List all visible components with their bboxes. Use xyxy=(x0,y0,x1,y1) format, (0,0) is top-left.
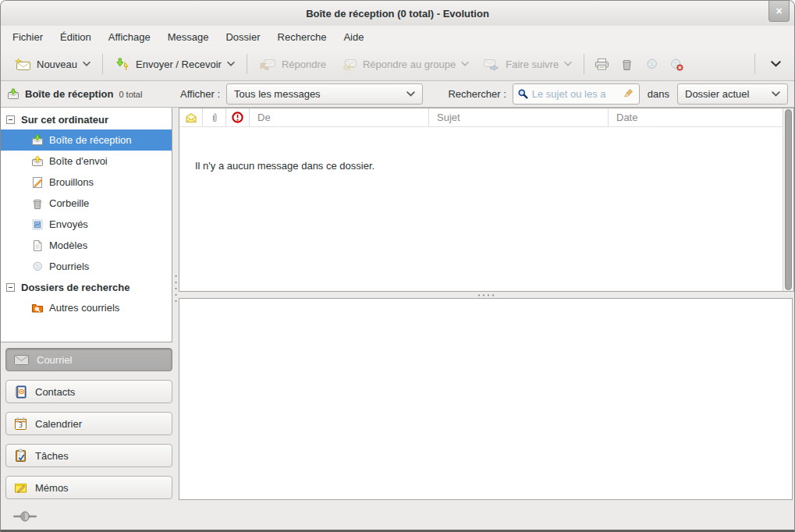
show-label: Afficher : xyxy=(180,88,220,100)
folder-name: Boîte de réception xyxy=(25,88,113,100)
sidebar-item-label: Envoyés xyxy=(49,218,88,230)
message-list-scrollbar[interactable] xyxy=(783,108,793,291)
outbox-icon xyxy=(31,155,44,168)
main-area: Sur cet ordinateur Boîte de réception xyxy=(1,108,794,500)
menu-aide[interactable]: Aide xyxy=(335,27,372,47)
sidebar-item-junk[interactable]: Pourriels xyxy=(1,256,172,277)
search-input[interactable] xyxy=(532,88,620,100)
reply-button-label: Répondre xyxy=(282,59,326,70)
delete-button[interactable] xyxy=(614,51,639,76)
chevron-down-icon xyxy=(772,91,780,97)
switcher-label: Mémos xyxy=(35,482,69,494)
toolbar-separator xyxy=(102,54,103,74)
close-button[interactable]: × xyxy=(768,1,790,22)
print-icon xyxy=(594,58,609,71)
templates-icon xyxy=(31,239,44,252)
switcher-contacts-button[interactable]: Contacts xyxy=(5,380,172,403)
sidebar-item-sent[interactable]: Envoyés xyxy=(1,214,172,235)
junk-button[interactable] xyxy=(639,51,664,76)
send-receive-button[interactable]: Envoyer / Recevoir xyxy=(108,53,242,76)
toolbar-separator xyxy=(247,54,247,74)
tree-group-local[interactable]: Sur cet ordinateur xyxy=(1,109,172,129)
message-list: De Sujet Date Il n'y a aucun message dan… xyxy=(179,108,794,292)
collapse-icon[interactable] xyxy=(6,115,15,124)
collapse-icon[interactable] xyxy=(6,283,15,292)
scope-dropdown[interactable]: Dossier actuel xyxy=(677,83,788,105)
sidebar-item-trash[interactable]: Corbeille xyxy=(1,193,172,214)
switcher-calendar-button[interactable]: 3 Calendrier xyxy=(5,412,172,435)
show-filter-value: Tous les messages xyxy=(234,88,321,100)
menu-message[interactable]: Message xyxy=(159,27,218,47)
sidebar-item-outbox[interactable]: Boîte d'envoi xyxy=(1,151,172,172)
titlebar[interactable]: Boîte de réception (0 total) - Evolution… xyxy=(1,1,794,26)
junk-icon xyxy=(31,261,44,273)
priority-icon xyxy=(231,111,244,124)
search-entry[interactable] xyxy=(513,83,640,105)
search-folder-icon xyxy=(31,302,44,314)
sidebar-item-inbox[interactable]: Boîte de réception xyxy=(1,129,172,151)
switcher-tasks-button[interactable]: Tâches xyxy=(5,444,172,467)
junk-icon xyxy=(645,58,658,71)
menu-fichier[interactable]: Fichier xyxy=(4,27,51,47)
scope-value: Dossier actuel xyxy=(685,88,749,100)
toolbar: Nouveau Envoyer / Recevoir xyxy=(1,48,794,81)
memos-icon xyxy=(13,481,28,495)
menu-dossier[interactable]: Dossier xyxy=(217,27,268,47)
new-button[interactable]: Nouveau xyxy=(7,53,98,76)
preview-splitter[interactable] xyxy=(179,292,794,298)
folder-tree: Sur cet ordinateur Boîte de réception xyxy=(1,108,172,342)
menu-affichage[interactable]: Affichage xyxy=(100,27,159,47)
sidebar-item-drafts[interactable]: Brouillons xyxy=(1,172,172,193)
evolution-window: Boîte de réception (0 total) - Evolution… xyxy=(0,0,795,532)
sent-icon xyxy=(31,218,44,231)
column-attachment[interactable] xyxy=(203,108,226,126)
search-label: Rechercher : xyxy=(448,88,506,100)
clear-brush-icon[interactable] xyxy=(623,88,635,100)
switcher-memos-button[interactable]: Mémos xyxy=(5,476,172,499)
forward-button[interactable]: Faire suivre xyxy=(476,53,579,76)
switcher-mail-button[interactable]: Courriel xyxy=(5,348,172,371)
tasks-icon xyxy=(13,449,28,463)
chevron-down-icon xyxy=(771,61,781,67)
reply-button[interactable]: Répondre xyxy=(252,53,333,76)
splitter-handle xyxy=(477,294,497,296)
not-junk-button[interactable] xyxy=(664,51,689,76)
sidebar-item-other-mail[interactable]: Autres courriels xyxy=(1,297,172,318)
chevron-down-icon xyxy=(83,62,91,66)
toolbar-overflow-button[interactable] xyxy=(763,51,788,76)
chevron-down-icon xyxy=(227,62,235,66)
toolbar-separator xyxy=(754,54,755,74)
sidebar-item-label: Boîte de réception xyxy=(49,134,132,146)
menu-edition[interactable]: Édition xyxy=(51,27,100,47)
new-mail-icon xyxy=(14,58,31,71)
show-filter-dropdown[interactable]: Tous les messages xyxy=(226,83,423,105)
mail-icon xyxy=(13,354,30,366)
sidebar-item-label: Modèles xyxy=(49,239,87,251)
trash-icon xyxy=(31,197,44,210)
online-status-button[interactable] xyxy=(13,511,37,522)
column-subject[interactable]: Sujet xyxy=(429,108,609,126)
view-switcher: Courriel xyxy=(1,342,179,499)
forward-icon xyxy=(483,58,500,71)
empty-folder-message: Il n'y a aucun message dans ce dossier. xyxy=(179,127,793,172)
tree-group-search-folders[interactable]: Dossiers de recherche xyxy=(1,277,172,297)
column-date[interactable]: Date xyxy=(609,108,783,126)
menu-recherche[interactable]: Recherche xyxy=(269,27,335,47)
scope-label: dans xyxy=(648,88,669,100)
column-from[interactable]: De xyxy=(250,108,429,126)
calendar-icon: 3 xyxy=(13,417,28,431)
svg-text:3: 3 xyxy=(19,422,23,429)
content-panes: De Sujet Date Il n'y a aucun message dan… xyxy=(179,108,794,500)
switcher-label: Courriel xyxy=(37,354,73,366)
message-list-header: De Sujet Date xyxy=(179,108,783,127)
scrollbar-thumb[interactable] xyxy=(785,109,792,290)
column-read-status[interactable] xyxy=(179,108,203,126)
column-priority[interactable] xyxy=(226,108,250,126)
sidebar-splitter[interactable] xyxy=(175,273,177,304)
sidebar-item-label: Brouillons xyxy=(49,176,94,188)
reply-all-button[interactable]: Répondre au groupe xyxy=(333,53,476,76)
forward-button-label: Faire suivre xyxy=(506,59,559,70)
sidebar-item-label: Corbeille xyxy=(49,197,89,209)
sidebar-item-templates[interactable]: Modèles xyxy=(1,235,172,256)
print-button[interactable] xyxy=(589,51,614,76)
